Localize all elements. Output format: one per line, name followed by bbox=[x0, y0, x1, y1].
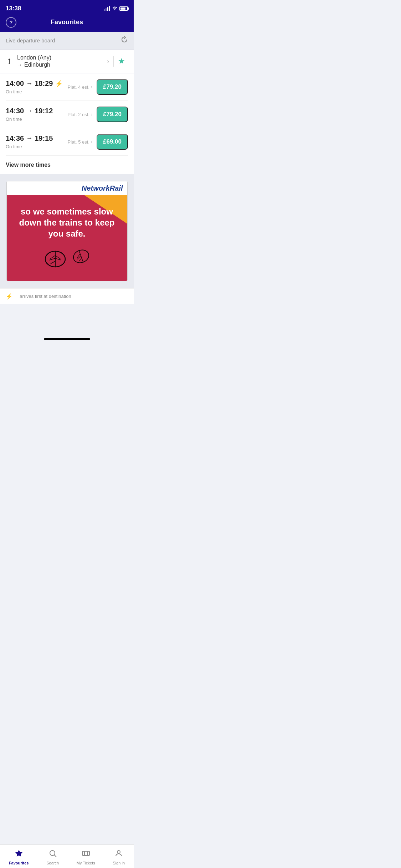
price-button[interactable]: £69.00 bbox=[97, 134, 128, 150]
view-more-button[interactable]: View more times bbox=[6, 162, 51, 168]
time-arrow-icon: → bbox=[26, 80, 32, 87]
price-button[interactable]: £79.20 bbox=[97, 107, 128, 122]
platform-label: Plat. 2 est. bbox=[68, 112, 89, 117]
view-more-section[interactable]: View more times bbox=[0, 156, 134, 174]
train-info: 14:36 → 19:15 On time bbox=[6, 134, 68, 149]
station-from: London (Any) bbox=[17, 55, 104, 61]
journey-chevron-icon[interactable]: › bbox=[104, 56, 112, 67]
train-row: 14:36 → 19:15 On time Plat. 5 est. › £69… bbox=[6, 128, 128, 156]
platform-info[interactable]: Plat. 2 est. › bbox=[68, 112, 92, 117]
status-icons bbox=[104, 6, 128, 11]
live-board-label: Live departure board bbox=[6, 37, 55, 43]
platform-label: Plat. 5 est. bbox=[68, 139, 89, 145]
train-status: On time bbox=[6, 144, 68, 149]
journey-actions: › ★ bbox=[104, 55, 128, 67]
journey-stations: London (Any) → Edinburgh bbox=[17, 55, 104, 68]
signal-icon bbox=[104, 6, 110, 11]
platform-chevron-icon: › bbox=[91, 139, 92, 144]
svg-point-0 bbox=[114, 9, 115, 10]
arrive-time: 19:15 bbox=[35, 134, 53, 143]
ad-section: NetworkRail so we sometimes slow down th… bbox=[0, 174, 134, 288]
wifi-icon bbox=[112, 6, 118, 11]
nav-bar: ? Favourites bbox=[0, 15, 134, 32]
battery-icon bbox=[119, 6, 128, 11]
status-time: 13:38 bbox=[6, 5, 21, 12]
svg-line-5 bbox=[51, 261, 55, 264]
home-indicator bbox=[44, 338, 90, 340]
train-info: 14:30 → 19:12 On time bbox=[6, 107, 68, 122]
price-button[interactable]: £79.20 bbox=[97, 79, 128, 95]
fastest-lightning-icon: ⚡ bbox=[55, 80, 63, 88]
ad-header: NetworkRail bbox=[7, 181, 127, 195]
depart-time: 14:36 bbox=[6, 134, 24, 143]
live-board-header: Live departure board bbox=[0, 32, 134, 50]
platform-info[interactable]: Plat. 5 est. › bbox=[68, 139, 92, 145]
refresh-button[interactable] bbox=[121, 36, 128, 45]
train-times: 14:30 → 19:12 bbox=[6, 107, 68, 115]
status-bar: 13:38 bbox=[0, 0, 134, 15]
train-times: 14:36 → 19:15 bbox=[6, 134, 68, 143]
ad-body: so we sometimes slow down the trains to … bbox=[7, 195, 127, 281]
page-title: Favourites bbox=[51, 19, 83, 26]
ad-card: NetworkRail so we sometimes slow down th… bbox=[6, 181, 128, 281]
station-to: Edinburgh bbox=[24, 62, 50, 68]
train-times: 14:00 → 18:29 ⚡ bbox=[6, 79, 68, 88]
platform-label: Plat. 4 est. bbox=[68, 84, 89, 90]
depart-time: 14:00 bbox=[6, 79, 24, 88]
arrive-time: 18:29 bbox=[35, 79, 53, 88]
platform-chevron-icon: › bbox=[91, 112, 92, 117]
ad-text: so we sometimes slow down the trains to … bbox=[15, 206, 119, 239]
legend-text: = arrives first at destination bbox=[16, 294, 71, 299]
time-arrow-icon: → bbox=[26, 135, 32, 142]
help-button[interactable]: ? bbox=[6, 17, 16, 28]
arrive-time: 19:12 bbox=[35, 107, 53, 115]
train-info: 14:00 → 18:29 ⚡ On time bbox=[6, 79, 68, 94]
depart-time: 14:30 bbox=[6, 107, 24, 115]
train-section: 14:00 → 18:29 ⚡ On time Plat. 4 est. › £… bbox=[0, 73, 134, 156]
favourite-star-icon[interactable]: ★ bbox=[115, 55, 128, 67]
time-arrow-icon: → bbox=[26, 107, 32, 115]
ad-leaves-decoration bbox=[15, 247, 119, 275]
train-row: 14:00 → 18:29 ⚡ On time Plat. 4 est. › £… bbox=[6, 73, 128, 101]
journey-row[interactable]: London (Any) → Edinburgh › ★ bbox=[0, 50, 134, 73]
legend-bar: ⚡ = arrives first at destination bbox=[0, 288, 134, 304]
vertical-divider bbox=[113, 56, 114, 67]
platform-chevron-icon: › bbox=[91, 84, 92, 89]
swap-icon bbox=[6, 58, 13, 65]
train-row: 14:30 → 19:12 On time Plat. 2 est. › £79… bbox=[6, 101, 128, 128]
train-status: On time bbox=[6, 117, 68, 122]
journey-arrow-icon: → bbox=[17, 62, 22, 68]
train-status: On time bbox=[6, 89, 68, 94]
legend-lightning-icon: ⚡ bbox=[6, 293, 13, 300]
platform-info[interactable]: Plat. 4 est. › bbox=[68, 84, 92, 90]
network-rail-logo: NetworkRail bbox=[82, 184, 123, 192]
